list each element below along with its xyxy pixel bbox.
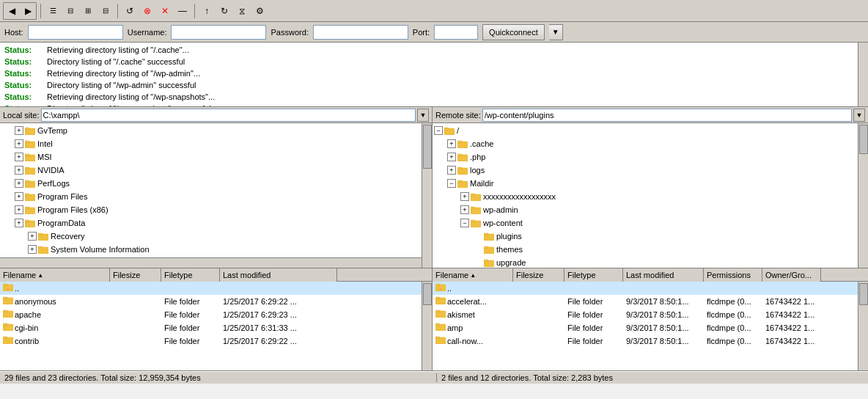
col-header-owner[interactable]: Owner/Gro...: [762, 268, 821, 282]
cell-filetype-text: File folder: [564, 295, 623, 308]
table-row[interactable]: anonymousFile folder1/25/2017 6:29:22 ..…: [0, 295, 432, 308]
username-input[interactable]: [171, 25, 266, 40]
table-row[interactable]: akismetFile folder9/3/2017 8:50:1...flcd…: [433, 308, 868, 321]
tree-item-system-volume-info[interactable]: + System Volume Information: [0, 243, 432, 256]
tree-item-perflogs[interactable]: + PerfLogs: [0, 177, 432, 190]
tree-expand-button[interactable]: +: [460, 192, 469, 201]
tree-expand-button[interactable]: +: [447, 166, 456, 175]
stop-button[interactable]: ⊗: [139, 3, 155, 19]
table-row[interactable]: contribFile folder1/25/2017 6:29:22 ...: [0, 334, 432, 348]
tree-expand-button[interactable]: +: [28, 245, 37, 254]
remote-tree-scroll-thumb[interactable]: [859, 125, 868, 154]
tree-expand-button[interactable]: +: [15, 192, 23, 201]
table-row[interactable]: accelerat...File folder9/3/2017 8:50:1..…: [433, 295, 868, 308]
col-header-filesize[interactable]: Filesize: [513, 268, 564, 282]
local-tree-scroll-thumb[interactable]: [423, 125, 432, 169]
password-input[interactable]: [313, 25, 408, 40]
view-list-button[interactable]: ☰: [45, 3, 61, 19]
refresh-button[interactable]: ↻: [216, 3, 232, 19]
tree-item-recovery[interactable]: + Recovery: [0, 230, 432, 243]
tree-item-nvidia[interactable]: + NVIDIA: [0, 164, 432, 177]
port-input[interactable]: [434, 25, 478, 40]
tree-expand-button[interactable]: +: [447, 153, 456, 161]
quickconnect-dropdown-button[interactable]: ▼: [549, 24, 563, 40]
tree-item-wp-admin[interactable]: + wp-admin: [433, 203, 868, 216]
local-path-input[interactable]: [41, 109, 416, 122]
col-header-filename[interactable]: Filename▲: [0, 268, 110, 282]
tree-expand-button[interactable]: −: [434, 126, 443, 135]
tree-item-cache[interactable]: + .cache: [433, 137, 868, 150]
tree-expand-button[interactable]: +: [15, 153, 23, 161]
tree-item-wp-content[interactable]: − wp-content: [433, 216, 868, 230]
table-row[interactable]: apacheFile folder1/25/2017 6:29:23 ...: [0, 308, 432, 321]
quickconnect-button[interactable]: Quickconnect: [482, 24, 545, 40]
cell-filesize-text: [110, 282, 161, 295]
status-scrollbar[interactable]: [858, 43, 868, 106]
table-row[interactable]: .. ..: [433, 282, 868, 295]
tree-item-program-files-x86[interactable]: + Program Files (x86): [0, 203, 432, 216]
col-header-filetype[interactable]: Filetype: [564, 268, 623, 282]
col-header-lastmodified[interactable]: Last modified: [220, 268, 337, 282]
tree-expand-button[interactable]: −: [460, 219, 469, 227]
table-row[interactable]: .. ..: [0, 282, 432, 295]
tree-expand-button[interactable]: +: [15, 205, 23, 214]
tree-item-programdata[interactable]: + ProgramData: [0, 216, 432, 230]
tree-expand-button[interactable]: +: [15, 126, 23, 135]
tree-item-themes[interactable]: themes: [433, 243, 868, 256]
view-icons-button[interactable]: ⊞: [80, 3, 96, 19]
remote-tree-scrollbar[interactable]: [858, 123, 868, 268]
cancel-button[interactable]: ✕: [157, 3, 173, 19]
tree-expand-button[interactable]: +: [15, 139, 23, 148]
tree-item-logs[interactable]: + logs: [433, 164, 868, 177]
col-header-filetype[interactable]: Filetype: [161, 268, 220, 282]
tree-item-msi[interactable]: + MSI: [0, 150, 432, 164]
up-dir-button[interactable]: ↑: [199, 3, 215, 19]
local-file-list-scrollbar[interactable]: [422, 282, 432, 370]
view-details-button[interactable]: ⊟: [62, 3, 78, 19]
filter-button[interactable]: ⧖: [234, 3, 250, 19]
remote-path-dropdown[interactable]: ▼: [853, 109, 865, 122]
tree-item-maildir[interactable]: − Maildir: [433, 177, 868, 190]
tree-expand-button[interactable]: +: [447, 139, 456, 148]
tree-item-label: xxxxxxxxxxxxxxxxxx: [483, 192, 556, 201]
tree-item-gvtemp[interactable]: + GvTemp: [0, 124, 432, 137]
col-header-permissions[interactable]: Permissions: [704, 268, 762, 282]
table-row[interactable]: cgi-binFile folder1/25/2017 6:31:33 ...: [0, 321, 432, 334]
tree-expand-button[interactable]: +: [15, 219, 23, 227]
svg-rect-65: [435, 337, 440, 339]
cell-filetype-text: File folder: [161, 308, 220, 321]
local-file-scroll-thumb[interactable]: [423, 283, 432, 305]
password-label: Password:: [271, 28, 308, 37]
tree-expand-button[interactable]: +: [460, 205, 469, 214]
local-tree-hscrollbar[interactable]: [0, 257, 422, 268]
col-header-filename[interactable]: Filename▲: [433, 268, 513, 282]
tree-item-maildir-sub[interactable]: + xxxxxxxxxxxxxxxxxx: [433, 190, 868, 203]
back-button[interactable]: ◀: [4, 3, 20, 19]
tree-item-upgrade[interactable]: upgrade: [433, 256, 868, 268]
tree-item-root[interactable]: − /: [433, 124, 868, 137]
view-large-button[interactable]: ⊟: [98, 3, 114, 19]
tree-expand-button[interactable]: +: [15, 179, 23, 188]
tree-expand-button[interactable]: −: [447, 179, 456, 188]
process-queue-button[interactable]: ⚙: [251, 3, 268, 19]
tree-item-plugins[interactable]: plugins: [433, 230, 868, 243]
table-row[interactable]: call-now...File folder9/3/2017 8:50:1...…: [433, 334, 868, 348]
tree-expand-button[interactable]: +: [15, 166, 23, 175]
tree-item-php[interactable]: + .php: [433, 150, 868, 164]
tree-item-label: ProgramData: [37, 219, 85, 227]
forward-button[interactable]: ▶: [20, 3, 36, 19]
col-header-filesize[interactable]: Filesize: [110, 268, 161, 282]
local-path-dropdown[interactable]: ▼: [417, 109, 429, 122]
tree-expand-button[interactable]: +: [28, 232, 37, 241]
remote-file-list-scrollbar[interactable]: [858, 282, 868, 370]
host-input[interactable]: [28, 25, 123, 40]
remote-path-input[interactable]: [482, 109, 852, 122]
local-tree-scrollbar[interactable]: [422, 123, 432, 268]
col-header-lastmodified[interactable]: Last modified: [623, 268, 704, 282]
remote-file-scroll-thumb[interactable]: [859, 283, 868, 305]
table-row[interactable]: ampFile folder9/3/2017 8:50:1...flcdmpe …: [433, 321, 868, 334]
tree-item-intel[interactable]: + Intel: [0, 137, 432, 150]
tree-item-program-files[interactable]: + Program Files: [0, 190, 432, 203]
dash-button[interactable]: —: [174, 3, 191, 19]
reconnect-button[interactable]: ↺: [122, 3, 138, 19]
